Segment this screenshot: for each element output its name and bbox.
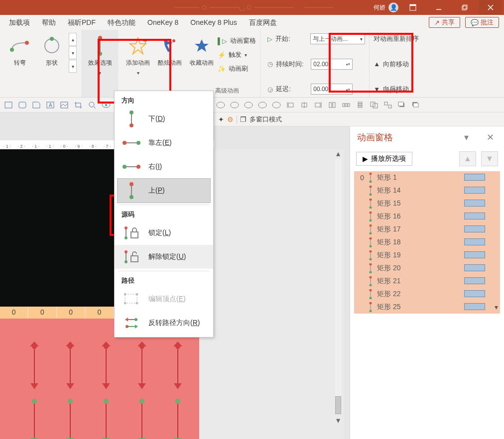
animation-list-item[interactable]: 矩形 17 [354, 223, 500, 236]
motion-handle[interactable] [172, 343, 178, 388]
qb-group[interactable] [368, 99, 380, 111]
move-down-button[interactable]: ▼ [481, 151, 498, 166]
qb-magnify[interactable] [86, 99, 99, 111]
motion-handle[interactable] [172, 398, 178, 439]
qb-align4[interactable] [326, 99, 339, 111]
qb-eye[interactable] [100, 99, 113, 111]
gear-icon[interactable]: ⚙ [227, 115, 234, 123]
qb-crop[interactable] [72, 99, 85, 111]
timeline-bar[interactable] [464, 213, 485, 220]
motion-handle[interactable] [29, 343, 35, 388]
timeline-bar[interactable] [464, 187, 485, 194]
qb-front[interactable] [395, 99, 408, 111]
item-dropdown-icon[interactable]: ▾ [495, 303, 498, 311]
gallery-down-icon[interactable]: ▾ [69, 46, 77, 59]
menu-item-left[interactable]: 靠左(E) [115, 131, 213, 155]
restore-button[interactable] [453, 0, 476, 15]
pane-options-button[interactable]: ▾ [459, 132, 473, 143]
menu-item-down[interactable]: 下(D) [115, 107, 213, 131]
vertical-scrollbar[interactable]: ▴ ▾ [334, 149, 343, 424]
qb-dist2[interactable] [354, 99, 367, 111]
qb-rect[interactable] [2, 99, 15, 111]
scrollbar-thumb[interactable] [335, 396, 341, 414]
qb-align3[interactable] [312, 99, 325, 111]
timeline-bar[interactable] [464, 251, 485, 258]
effect-options-button[interactable]: 效果选项 ▾ [88, 33, 112, 76]
menu-item-lock[interactable]: 锁定(L) [115, 221, 213, 245]
tab-foxitpdf[interactable]: 福昕PDF [62, 15, 102, 30]
motion-handle[interactable] [136, 398, 142, 439]
scroll-down-icon[interactable]: ▾ [335, 416, 341, 424]
qb-ungroup[interactable] [381, 99, 394, 111]
qb-align2[interactable] [298, 99, 311, 111]
animation-list-item[interactable]: 矩形 21 [354, 275, 500, 288]
motion-handle[interactable] [65, 398, 71, 439]
scroll-up-icon[interactable]: ▴ [335, 149, 341, 157]
menu-item-reverse-path[interactable]: 反转路径方向(R) [115, 311, 213, 335]
qb-image[interactable] [58, 99, 71, 111]
menu-item-unlock[interactable]: 解除锁定(U) [115, 245, 213, 269]
annotate-button[interactable]: 💬批注 [465, 17, 499, 28]
timeline-bar[interactable] [464, 264, 485, 271]
tab-baidupan[interactable]: 百度网盘 [243, 15, 283, 30]
qb-oval3[interactable] [242, 99, 255, 111]
tab-special[interactable]: 特色功能 [102, 15, 141, 30]
menu-item-up[interactable]: 上(P) [118, 179, 210, 203]
qb-dist1[interactable] [340, 99, 353, 111]
move-up-button[interactable]: ▲ [459, 151, 476, 166]
multiwindow-button[interactable]: 多窗口模式 [250, 115, 282, 124]
animation-pane-button[interactable]: ▌▷动画窗格 [218, 35, 256, 47]
timeline-bar[interactable] [464, 277, 485, 284]
motion-handle[interactable] [136, 343, 142, 388]
delay-spinner[interactable]: 00.00▴▾ [311, 84, 353, 95]
pane-close-button[interactable]: ✕ [483, 132, 497, 143]
ribbon-options-button[interactable] [401, 0, 424, 15]
favorite-animation-button[interactable]: 收藏动画 [186, 33, 218, 67]
animation-list-item[interactable]: 矩形 16 [354, 210, 500, 223]
animation-painter-button[interactable]: ✨动画刷 [218, 63, 256, 75]
animation-list-item[interactable]: 矩形 15 [354, 197, 500, 210]
qb-oval4[interactable] [256, 99, 269, 111]
add-animation-button[interactable]: + 添加动画▾ [122, 33, 154, 76]
gallery-up-icon[interactable]: ▴ [69, 33, 77, 46]
timeline-bar[interactable] [464, 303, 485, 310]
motion-handle[interactable] [101, 343, 107, 388]
animation-gallery-scroll[interactable]: ▴ ▾ ▾ [69, 33, 78, 73]
start-combo[interactable]: 与上一动画...▾ [310, 33, 365, 44]
scrollbar-track[interactable] [335, 159, 341, 414]
tab-addins[interactable]: 加载项 [3, 15, 36, 30]
motion-handle[interactable] [101, 398, 107, 439]
animation-list-item[interactable]: 矩形 25▾ [354, 301, 500, 314]
user-avatar-icon[interactable]: 👤 [388, 2, 398, 12]
minimize-button[interactable] [427, 0, 450, 15]
qb-oval5[interactable] [270, 99, 283, 111]
tab-help[interactable]: 帮助 [36, 15, 62, 30]
qb-rounded[interactable] [16, 99, 29, 111]
animation-list-item[interactable]: 矩形 20 [354, 262, 500, 275]
timeline-bar[interactable] [464, 174, 485, 181]
animation-list-item[interactable]: 矩形 19 [354, 249, 500, 262]
timeline-bar[interactable] [464, 238, 485, 245]
animation-list-item[interactable]: 矩形 22 [354, 288, 500, 301]
gallery-more-icon[interactable]: ▾ [69, 60, 77, 73]
qb-oval1[interactable] [214, 99, 227, 111]
qb-textbox[interactable]: A [44, 99, 57, 111]
duration-spinner[interactable]: 02.00▴▾ [311, 59, 353, 70]
close-button[interactable] [479, 0, 502, 15]
qb-single-corner[interactable] [30, 99, 43, 111]
motion-turn-button[interactable]: 转弯 [4, 33, 36, 67]
timeline-bar[interactable] [464, 290, 485, 297]
motion-handle[interactable] [29, 398, 35, 439]
share-button[interactable]: ↗共享 [429, 17, 460, 28]
tab-onekey8[interactable]: OneKey 8 [141, 15, 184, 30]
trigger-button[interactable]: ⚡触发▾ [218, 49, 256, 61]
cool-animation-button[interactable]: 酷炫动画 [154, 33, 186, 67]
play-selected-button[interactable]: ▶播放所选项 [356, 152, 412, 166]
qb-back[interactable] [409, 99, 422, 111]
menu-item-right[interactable]: 右(I) [115, 155, 213, 179]
move-earlier-button[interactable]: ▲向前移动 [374, 58, 419, 70]
animation-list-item[interactable]: 矩形 14 [354, 184, 500, 197]
motion-handle[interactable] [65, 343, 71, 388]
timeline-bar[interactable] [464, 225, 485, 232]
timeline-bar[interactable] [464, 200, 485, 207]
